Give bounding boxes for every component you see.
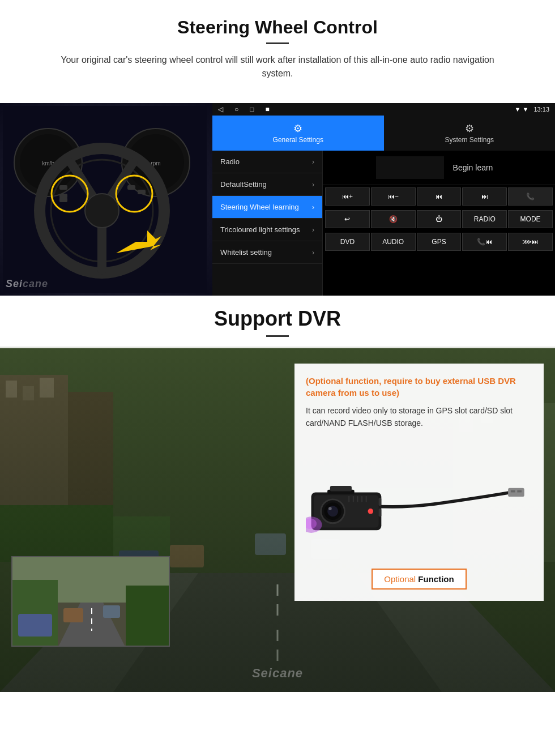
ctrl-power[interactable]: ⏻ — [417, 210, 462, 228]
status-bar: ▼ ▼ 13:13 — [515, 106, 549, 113]
ctrl-phone[interactable]: 📞 — [508, 187, 553, 206]
svg-rect-73 — [126, 586, 170, 647]
tab-general-settings[interactable]: ⚙ General Settings — [212, 116, 384, 151]
title-divider — [266, 42, 289, 44]
android-topbar: ◁ ○ □ ■ ▼ ▼ 13:13 — [212, 103, 555, 116]
settings-tabs: ⚙ General Settings ⚙ System Settings — [212, 116, 555, 151]
steering-subtitle: Your original car's steering wheel contr… — [45, 53, 510, 80]
dvr-description: It can record video only to storage in G… — [306, 404, 532, 430]
dvr-section: Support DVR (Optional function, require … — [0, 296, 555, 692]
left-menu: Radio › DefaultSetting › Steering Wheel … — [212, 151, 323, 296]
dvr-camera-svg — [306, 441, 532, 554]
steering-title: Steering Wheel Control — [23, 17, 532, 38]
menu-tricolour-label: Tricoloured light settings — [220, 225, 300, 234]
dvr-info-box: (Optional function, require to buy exter… — [294, 364, 544, 601]
control-grid-row3: DVD AUDIO GPS 📞⏮ ⋙⏭ — [323, 230, 555, 253]
ctrl-gps[interactable]: GPS — [417, 233, 462, 251]
tab-general-label: General Settings — [273, 136, 323, 144]
signal-icon: ▼ ▼ — [515, 106, 529, 113]
ctrl-vol-up[interactable]: ⏮+ — [325, 187, 370, 206]
ctrl-prev-track[interactable]: ⏮ — [417, 187, 462, 206]
dvr-camera-illustration — [306, 441, 532, 554]
menu-item-steering-wheel[interactable]: Steering Wheel learning › — [212, 196, 322, 219]
svg-rect-72 — [12, 580, 58, 647]
svg-rect-63 — [379, 498, 382, 506]
menu-whitelist-label: Whitelist setting — [220, 248, 272, 257]
dvr-divider — [266, 335, 289, 337]
svg-point-58 — [368, 509, 374, 514]
clock: 13:13 — [533, 106, 549, 113]
dvr-inset-screenshot — [11, 556, 170, 647]
android-ui-panel: ◁ ○ □ ■ ▼ ▼ 13:13 ⚙ General Settings ⚙ S… — [212, 103, 555, 296]
svg-rect-62 — [330, 486, 352, 492]
ctrl-vol-down[interactable]: ⏮− — [371, 187, 416, 206]
ctrl-audio[interactable]: AUDIO — [371, 233, 416, 251]
control-grid-row2: ↩ 🔇 ⏻ RADIO MODE — [323, 208, 555, 230]
menu-item-tricolour[interactable]: Tricoloured light settings › — [212, 219, 322, 241]
menu-arrow-icon: › — [312, 158, 314, 166]
optional-function-area: Optional Function — [306, 560, 532, 590]
steering-watermark: Seicane — [6, 278, 48, 290]
ctrl-mode[interactable]: MODE — [508, 210, 553, 228]
steering-wheel-image: km/h rpm — [0, 103, 212, 296]
dvr-watermark: Seicane — [252, 666, 303, 681]
svg-rect-71 — [103, 605, 120, 618]
begin-learn-button[interactable]: Begin learn — [444, 159, 502, 177]
ctrl-next-track[interactable]: ⏭ — [462, 187, 507, 206]
dvr-title: Support DVR — [11, 307, 544, 331]
tab-system-settings[interactable]: ⚙ System Settings — [384, 116, 556, 151]
steering-wheel-svg: km/h rpm — [3, 106, 207, 293]
steering-wheel-panel: km/h rpm — [0, 103, 212, 296]
svg-rect-46 — [517, 490, 522, 492]
svg-rect-16 — [59, 194, 67, 198]
control-grid-row1: ⏮+ ⏮− ⏮ ⏭ 📞 — [323, 185, 555, 208]
dvr-inset-svg — [12, 557, 170, 647]
ctrl-back[interactable]: ↩ — [325, 210, 370, 228]
svg-rect-19 — [138, 190, 146, 194]
system-icon: ⚙ — [391, 122, 549, 135]
menu-arrow-icon: › — [312, 226, 314, 234]
menu-arrow-icon: › — [312, 203, 314, 211]
tab-system-label: System Settings — [445, 136, 494, 144]
svg-rect-18 — [127, 185, 135, 190]
svg-rect-15 — [59, 185, 67, 190]
dvr-optional-text: (Optional function, require to buy exter… — [306, 375, 532, 399]
steering-section: Steering Wheel Control Your original car… — [0, 0, 555, 103]
menu-item-whitelist[interactable]: Whitelist setting › — [212, 241, 322, 264]
optional-function-button[interactable]: Optional Function — [372, 569, 466, 590]
menu-arrow-icon: › — [312, 249, 314, 257]
home-icon[interactable]: ○ — [234, 105, 238, 113]
begin-learn-row: Begin learn — [323, 151, 555, 185]
svg-rect-44 — [508, 488, 524, 497]
svg-rect-45 — [511, 490, 515, 492]
ctrl-phone-prev[interactable]: 📞⏮ — [462, 233, 507, 251]
optional-label: Optional — [384, 574, 416, 584]
android-menu-area: Radio › DefaultSetting › Steering Wheel … — [212, 151, 555, 296]
menu-radio-label: Radio — [220, 157, 240, 166]
right-panel: Begin learn ⏮+ ⏮− ⏮ ⏭ 📞 ↩ 🔇 ⏻ RADIO MODE — [323, 151, 555, 296]
recent-icon[interactable]: □ — [250, 105, 254, 113]
svg-rect-70 — [63, 608, 83, 622]
menu-steering-label: Steering Wheel learning — [220, 203, 299, 211]
menu-default-label: DefaultSetting — [220, 180, 267, 189]
ctrl-dvd[interactable]: DVD — [325, 233, 370, 251]
ctrl-skip-next[interactable]: ⋙⏭ — [508, 233, 553, 251]
nav-icons: ◁ ○ □ ■ — [218, 105, 270, 113]
ctrl-mute[interactable]: 🔇 — [371, 210, 416, 228]
settings-gear-icon: ⚙ — [219, 122, 377, 135]
dvr-title-area: Support DVR — [0, 296, 555, 348]
svg-point-52 — [328, 507, 332, 510]
steering-content-area: km/h rpm — [0, 103, 555, 296]
ctrl-radio[interactable]: RADIO — [462, 210, 507, 228]
svg-rect-64 — [379, 509, 382, 516]
menu-icon[interactable]: ■ — [266, 105, 270, 113]
svg-point-12 — [85, 194, 119, 228]
function-label: Function — [416, 574, 454, 584]
menu-item-default[interactable]: DefaultSetting › — [212, 173, 322, 196]
back-icon[interactable]: ◁ — [218, 105, 223, 113]
menu-item-radio[interactable]: Radio › — [212, 151, 322, 173]
menu-arrow-icon: › — [312, 181, 314, 189]
svg-rect-17 — [59, 198, 67, 202]
svg-rect-74 — [18, 614, 52, 637]
